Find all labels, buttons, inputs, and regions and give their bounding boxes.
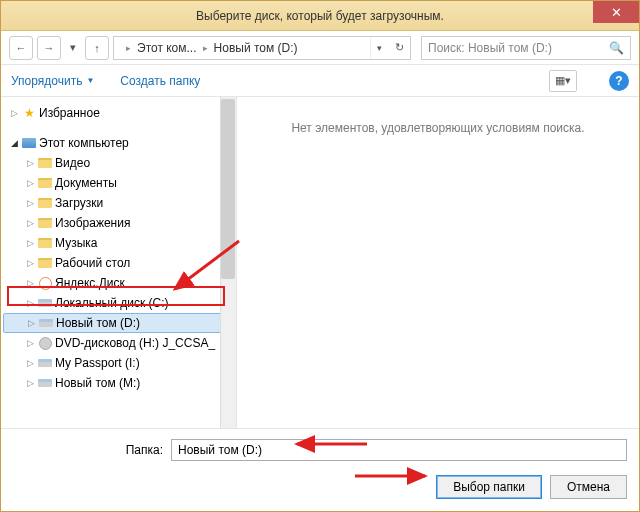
back-button[interactable]: ← [9,36,33,60]
tree-label: Загрузки [55,196,103,210]
arrow-right-icon: → [44,42,55,54]
chevron-down-icon: ▾ [377,43,382,53]
breadcrumb-root[interactable]: Этот ком... [131,41,203,55]
folder-icon [37,155,53,171]
window-title: Выберите диск, который будет загрузочным… [1,9,639,23]
tree-item-yandex-disk[interactable]: ▷Яндекс.Диск [3,273,234,293]
empty-message: Нет элементов, удовлетворяющих условиям … [249,121,627,135]
drive-icon [37,375,53,391]
expand-icon[interactable]: ▷ [25,358,35,368]
expand-icon[interactable]: ▷ [9,108,19,118]
tree-label: Этот компьютер [39,136,129,150]
folder-icon [37,215,53,231]
tree-label: DVD-дисковод (H:) J_CCSA_ [55,336,215,350]
tree-label: Новый том (D:) [56,316,140,330]
tree-item-drive-c[interactable]: ▷Локальный диск (C:) [3,293,234,313]
forward-button[interactable]: → [37,36,61,60]
address-bar[interactable]: ▸ Этот ком... ▸ Новый том (D:) ▾ ↻ [113,36,411,60]
toolbar: Упорядочить ▼ Создать папку ▦▾ ? [1,65,639,97]
expand-icon[interactable]: ▷ [25,158,35,168]
tree-item-downloads[interactable]: ▷Загрузки [3,193,234,213]
dvd-icon [37,335,53,351]
help-icon: ? [615,74,622,88]
scrollbar-thumb[interactable] [221,99,235,279]
expand-icon[interactable]: ▷ [26,318,36,328]
cancel-button[interactable]: Отмена [550,475,627,499]
tree-label: Музыка [55,236,97,250]
folder-icon [37,255,53,271]
arrow-left-icon: ← [16,42,27,54]
tree-item-video[interactable]: ▷Видео [3,153,234,173]
address-dropdown[interactable]: ▾ [370,37,388,59]
tree-item-drive-i[interactable]: ▷My Passport (I:) [3,353,234,373]
close-icon: ✕ [611,5,622,20]
organize-menu[interactable]: Упорядочить ▼ [11,74,94,88]
tree-item-drive-m[interactable]: ▷Новый том (M:) [3,373,234,393]
folder-picker-dialog: Выберите диск, который будет загрузочным… [0,0,640,512]
drive-icon [37,295,53,311]
tree-label: My Passport (I:) [55,356,140,370]
tree-favorites[interactable]: ▷ ★ Избранное [3,103,234,123]
search-input[interactable]: Поиск: Новый том (D:) 🔍 [421,36,631,60]
tree-label: Локальный диск (C:) [55,296,169,310]
close-button[interactable]: ✕ [593,1,639,23]
view-options-button[interactable]: ▦▾ [549,70,577,92]
arrow-up-icon: ↑ [94,42,100,54]
yandex-disk-icon [37,275,53,291]
expand-icon[interactable]: ▷ [25,338,35,348]
select-folder-button[interactable]: Выбор папки [436,475,542,499]
recent-locations-button[interactable]: ▾ [65,36,81,60]
breadcrumb-current[interactable]: Новый том (D:) [208,41,304,55]
expand-icon[interactable]: ▷ [25,298,35,308]
refresh-button[interactable]: ↻ [390,37,408,59]
new-folder-button[interactable]: Создать папку [120,74,200,88]
dialog-body: ▷ ★ Избранное ◢ Этот компьютер ▷Видео ▷Д… [1,97,639,428]
tree-item-dvd[interactable]: ▷DVD-дисковод (H:) J_CCSA_ [3,333,234,353]
tree-item-music[interactable]: ▷Музыка [3,233,234,253]
computer-icon [21,135,37,151]
tree-label: Изображения [55,216,130,230]
tree-item-pictures[interactable]: ▷Изображения [3,213,234,233]
folder-icon [37,235,53,251]
expand-icon[interactable]: ▷ [25,378,35,388]
dialog-footer: Папка: Выбор папки Отмена [1,428,639,511]
collapse-icon[interactable]: ◢ [9,138,19,148]
expand-icon[interactable]: ▷ [25,278,35,288]
search-placeholder: Поиск: Новый том (D:) [428,41,552,55]
expand-icon[interactable]: ▷ [25,198,35,208]
tree-label: Новый том (M:) [55,376,140,390]
refresh-icon: ↻ [395,41,404,54]
folder-label: Папка: [13,443,163,457]
search-icon: 🔍 [609,41,624,55]
tree-label: Видео [55,156,90,170]
folder-icon [37,195,53,211]
expand-icon[interactable]: ▷ [25,258,35,268]
up-button[interactable]: ↑ [85,36,109,60]
file-area: Нет элементов, удовлетворяющих условиям … [237,97,639,428]
tree-scrollbar[interactable] [220,97,236,428]
chevron-down-icon: ▼ [86,76,94,85]
chevron-down-icon: ▾ [70,41,76,54]
nav-bar: ← → ▾ ↑ ▸ Этот ком... ▸ Новый том (D:) ▾… [1,31,639,65]
expand-icon[interactable]: ▷ [25,218,35,228]
folder-icon [37,175,53,191]
folder-name-input[interactable] [171,439,627,461]
nav-tree[interactable]: ▷ ★ Избранное ◢ Этот компьютер ▷Видео ▷Д… [1,97,237,428]
tree-item-documents[interactable]: ▷Документы [3,173,234,193]
view-icon: ▦▾ [555,74,571,87]
tree-label: Яндекс.Диск [55,276,125,290]
tree-this-pc[interactable]: ◢ Этот компьютер [3,133,234,153]
expand-icon[interactable]: ▷ [25,238,35,248]
drive-icon [38,315,54,331]
tree-label: Документы [55,176,117,190]
drive-icon [37,355,53,371]
tree-item-drive-d[interactable]: ▷Новый том (D:) [3,313,234,333]
help-button[interactable]: ? [609,71,629,91]
star-icon: ★ [21,105,37,121]
expand-icon[interactable]: ▷ [25,178,35,188]
tree-label: Рабочий стол [55,256,130,270]
tree-label: Избранное [39,106,100,120]
titlebar: Выберите диск, который будет загрузочным… [1,1,639,31]
tree-item-desktop[interactable]: ▷Рабочий стол [3,253,234,273]
